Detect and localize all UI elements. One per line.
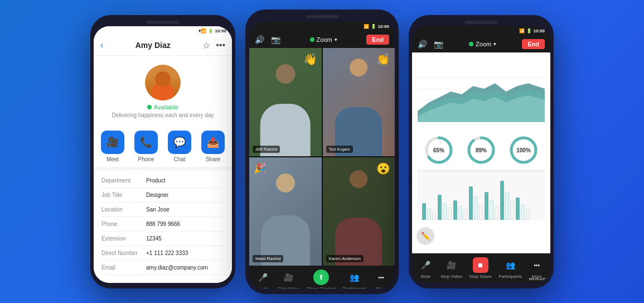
battery-icon-1: 🔋 [208, 28, 214, 33]
meet-button[interactable]: 🎥 Meet [101, 131, 124, 162]
phone-label: Phone [138, 156, 154, 162]
more-button-2[interactable]: ••• More [374, 270, 389, 288]
zoom-dot [310, 37, 314, 42]
share-button[interactable]: 📤 Share [201, 131, 225, 162]
bar-1a [422, 203, 426, 220]
job-title-row: Job Title Designer [101, 188, 224, 203]
status-text: Available [154, 104, 178, 110]
bar-7a [516, 198, 520, 220]
department-value: Product [146, 177, 165, 184]
participants-icon: 👥 [347, 270, 362, 285]
video-cell-nabil: 🎉 Nabil Rashid [249, 157, 322, 266]
department-row: Department Product [101, 174, 224, 188]
phone-row: Phone 888 799 9666 [101, 217, 224, 232]
bar-7c [526, 209, 530, 220]
emoji-karen: 😮 [376, 162, 390, 175]
bar-4c [479, 204, 483, 220]
location-row: Location San Jose [101, 203, 224, 217]
pencil-fab[interactable]: ✏️ [417, 227, 434, 245]
extension-label: Extension [101, 235, 146, 242]
direct-number-row: Direct Number +1 111 222 3333 [101, 246, 224, 261]
phone-2-frame: 📶 🔋 10:00 🔊 📷 Zoom ▾ End � [245, 9, 399, 294]
meet-label: Meet [106, 156, 119, 162]
wifi-icon-3: 📶 [519, 28, 525, 33]
location-value: San Jose [146, 206, 170, 213]
stats-participants-icon: 👥 [502, 257, 518, 273]
bar-6b [505, 192, 509, 220]
stop-video-icon: 🎥 [281, 270, 297, 285]
bar-5b [490, 200, 493, 220]
share-content-icon: ⬆ [313, 270, 329, 285]
bar-1c [432, 211, 436, 220]
phone-field-value: 888 799 9666 [146, 221, 180, 227]
bar-6a [500, 181, 504, 220]
stats-stop-video-button[interactable]: 🎥 Stop Video [440, 257, 462, 279]
meet-icon: 🎥 [101, 131, 124, 154]
gauge-2: 89% [466, 135, 496, 165]
participants-button[interactable]: 👥 Participants [343, 270, 366, 288]
direct-number-value: +1 111 222 3333 [146, 250, 188, 256]
email-label: Email [101, 264, 146, 271]
stats-participants-label: Participants [498, 274, 522, 279]
stats-more-button[interactable]: ••• More [529, 257, 545, 279]
stats-stop-share-button[interactable]: ⏹ Stop Share [469, 257, 492, 279]
stop-video-button[interactable]: 🎥 Stop Video [278, 270, 299, 288]
location-label: Location [101, 206, 146, 213]
name-tori: Tori Kujaro [326, 146, 353, 153]
bar-group-2 [438, 195, 452, 220]
phone-button[interactable]: 📞 Phone [134, 131, 158, 162]
wifi-icon-2: 📶 [364, 24, 369, 29]
chat-button[interactable]: 💬 Chat [168, 131, 191, 162]
gauge-3: 100% [509, 135, 539, 165]
mute-button[interactable]: 🎤 Mute [255, 270, 270, 288]
watermark: ws.tn.com [529, 277, 548, 281]
stats-end-button[interactable]: End [522, 39, 545, 49]
speaker-icon[interactable]: 🔊 [255, 35, 264, 44]
time-3: 10:00 [534, 28, 545, 33]
stats-speaker-icon[interactable]: 🔊 [418, 40, 427, 49]
emoji-tori: 👏 [376, 52, 390, 66]
mute-label: Mute [258, 286, 268, 288]
bar-3c [463, 210, 467, 220]
phone-field-label: Phone [101, 221, 146, 227]
phone-icon: 📞 [134, 131, 158, 154]
zoom-badge: Zoom ▾ [310, 36, 337, 43]
emoji-jeff: 👋 [303, 52, 317, 66]
time-2: 10:00 [378, 24, 389, 29]
more-icon[interactable]: ••• [216, 40, 225, 51]
bar-chart [418, 170, 545, 220]
status-message: Delivering happiness each and every day [101, 112, 225, 118]
bar-5c [495, 206, 498, 220]
phone-2-screen: 📶 🔋 10:00 🔊 📷 Zoom ▾ End � [249, 22, 395, 288]
battery-icon-3: 🔋 [526, 28, 532, 33]
stats-camera-icon[interactable]: 📷 [434, 40, 443, 49]
gauge-circle-2: 89% [466, 135, 496, 165]
direct-number-label: Direct Number [101, 250, 146, 256]
stats-zoom-dot [469, 42, 473, 46]
stats-participants-button[interactable]: 👥 Participants [498, 257, 522, 279]
available-dot [147, 105, 152, 109]
video-cell-jeff: 👋 Jeff Rakimi [249, 48, 322, 156]
action-buttons: 🎥 Meet 📞 Phone 💬 Chat 📤 Share [94, 124, 232, 167]
stats-zoom-badge: Zoom ▾ [469, 41, 496, 47]
bar-group-6 [500, 181, 514, 220]
stats-more-icon: ••• [529, 257, 545, 273]
share-label: Share [206, 156, 221, 162]
bar-group-7 [516, 198, 530, 220]
bar-group-3 [453, 200, 467, 220]
share-content-button[interactable]: ⬆ Share Content [307, 270, 336, 288]
gauge-1: 65% [424, 135, 454, 165]
camera-icon[interactable]: 📷 [271, 35, 280, 44]
header-icons: ☆ ••• [202, 40, 225, 51]
gauge-circle-1: 65% [424, 135, 454, 165]
extension-value: 12345 [146, 235, 162, 242]
star-icon[interactable]: ☆ [202, 40, 210, 51]
contact-body: Available Delivering happiness each and … [94, 56, 232, 283]
end-call-button[interactable]: End [366, 35, 389, 45]
name-nabil: Nabil Rashid [253, 255, 283, 262]
stats-stop-video-label: Stop Video [440, 274, 462, 279]
header-left-icons: 🔊 📷 [255, 35, 280, 44]
status-icons-2: 📶 🔋 10:00 [364, 24, 389, 29]
stats-mute-button[interactable]: 🎤 Mute [418, 257, 433, 279]
back-button[interactable]: ‹ [100, 40, 103, 50]
